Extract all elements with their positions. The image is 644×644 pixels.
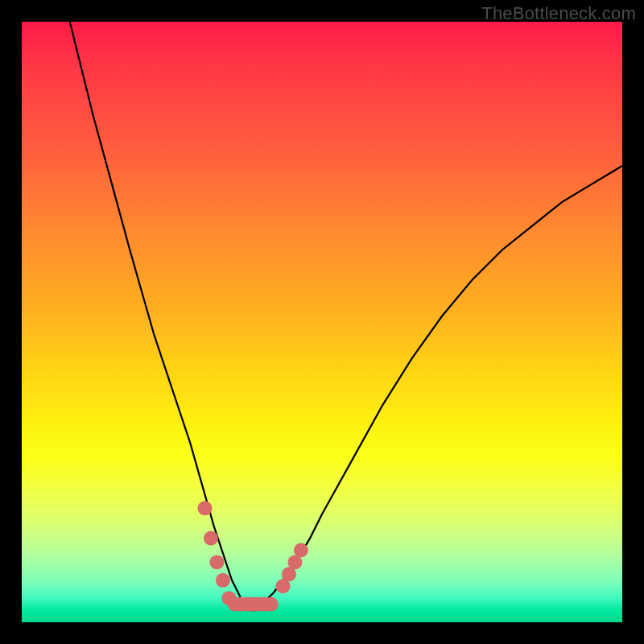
bottleneck-curve	[70, 22, 622, 610]
curve-marker	[204, 531, 218, 546]
chart-frame: TheBottleneck.com	[0, 0, 644, 644]
curve-marker	[294, 543, 308, 558]
curve-marker	[198, 501, 213, 515]
chart-svg	[22, 22, 622, 622]
curve-marker	[210, 555, 225, 569]
curve-marker	[264, 597, 279, 612]
watermark-text: TheBottleneck.com	[481, 3, 636, 24]
curve-marker	[216, 573, 230, 588]
curve-markers	[198, 501, 308, 611]
chart-plot-area	[22, 22, 622, 622]
